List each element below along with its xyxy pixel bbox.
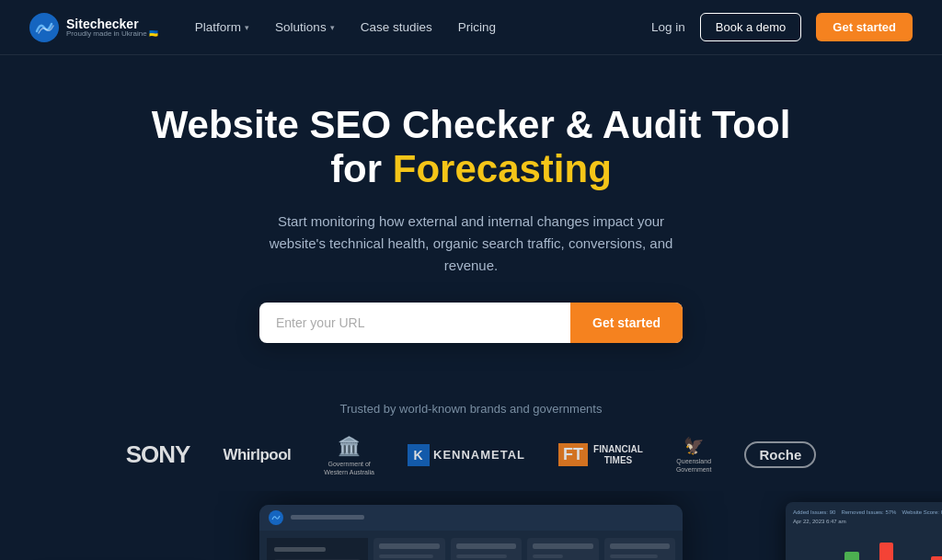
preview-col-header [379,543,440,549]
logo-icon [29,13,59,42]
get-started-nav-button[interactable]: Get started [816,13,913,41]
logo-name: Sitechecker [66,17,158,30]
nav-case-studies[interactable]: Case studies [361,20,432,34]
brand-queensland: 🦅 QueenslandGovernment [676,436,712,474]
kennametal-k-icon: K [408,444,430,466]
nav-solutions[interactable]: Solutions ▾ [275,20,335,34]
preview-col-header [456,543,517,549]
search-bar: Get started [259,303,683,343]
nav-links: Platform ▾ Solutions ▾ Case studies Pric… [195,20,651,34]
hero-section: Website SEO Checker & Audit Tool for For… [0,55,942,372]
trusted-label: Trusted by world-known brands and govern… [29,402,913,416]
logo-tagline: Proudly made in Ukraine 🇺🇦 [66,30,158,38]
brand-gov-wa: 🏛️ Government ofWestern Australia [324,434,374,476]
chevron-down-icon: ▾ [330,23,335,32]
book-demo-button[interactable]: Book a demo [700,13,802,41]
gov-icon: 🏛️ [338,434,361,458]
preview-col-3 [527,538,599,560]
preview-col-4 [604,538,676,560]
nav-actions: Log in Book a demo Get started [651,13,913,41]
chart-bar [931,556,942,560]
queensland-icon: 🦅 [684,436,704,457]
trusted-section: Trusted by world-known brands and govern… [0,372,942,491]
nav-pricing[interactable]: Pricing [458,20,496,34]
chart-bar [844,552,859,560]
brand-ft: FT FINANCIALTIMES [558,443,643,467]
logo-text: Sitechecker Proudly made in Ukraine 🇺🇦 [66,17,158,38]
preview-col-1: AD [373,538,445,560]
preview-col-row [610,554,658,558]
preview-col-row [379,554,433,558]
chart-bars [793,543,942,560]
login-link[interactable]: Log in [651,20,685,34]
navbar: Sitechecker Proudly made in Ukraine 🇺🇦 P… [0,0,942,55]
preview-col-header [533,543,593,549]
preview-logo-icon [269,510,283,525]
chevron-down-icon: ▾ [245,23,249,32]
brand-whirlpool: Whirlpool [223,446,291,464]
ft-box-icon: FT [558,443,588,467]
chart-area: Added Issues: 90 Removed Issues: 57% Web… [786,502,942,560]
preview-col-header [610,543,671,549]
url-input[interactable] [259,303,570,343]
nav-platform[interactable]: Platform ▾ [195,20,249,34]
preview-url-bar [291,515,364,520]
app-preview-main: All projects teamm... AD [259,505,683,560]
brands-row: SONY Whirlpool 🏛️ Government ofWestern A… [29,434,913,476]
chart-bar [879,543,894,560]
get-started-button[interactable]: Get started [570,303,683,343]
preview-sidebar-logo [274,547,326,552]
chart-date: Apr 22, 2023 6:47 am [793,519,942,524]
hero-subtitle: Start monitoring how external and intern… [250,211,692,277]
brand-sony: SONY [126,440,190,469]
brand-kennametal: K KENNAMETAL [408,444,525,466]
preview-chart-overlay: Added Issues: 90 Removed Issues: 57% Web… [786,502,942,560]
logo[interactable]: Sitechecker Proudly made in Ukraine 🇺🇦 [29,13,158,42]
hero-title: Website SEO Checker & Audit Tool for For… [152,103,791,192]
preview-header [259,505,683,531]
preview-col-row [533,554,563,558]
brand-roche: Roche [744,441,816,468]
chart-header: Added Issues: 90 Removed Issues: 57% Web… [793,509,942,515]
preview-sidebar: All projects teamm... [267,538,368,560]
preview-col-row [456,554,508,558]
preview-section: All projects teamm... AD [0,491,942,560]
preview-col-2 [451,538,523,560]
preview-content: All projects teamm... AD [259,531,683,560]
hero-title-highlight: Forecasting [393,147,612,190]
